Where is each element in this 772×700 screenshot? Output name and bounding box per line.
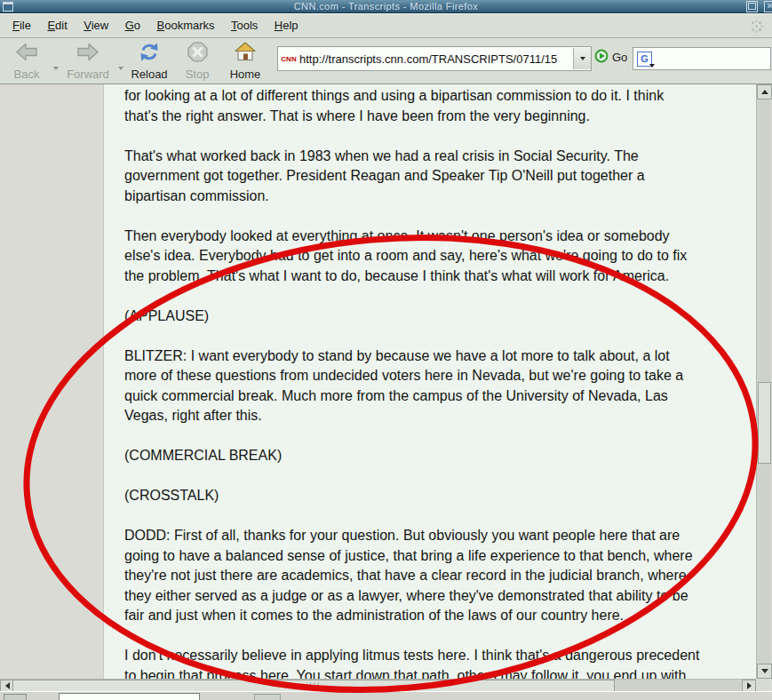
home-label: Home xyxy=(230,68,261,81)
menu-view[interactable]: View xyxy=(84,19,108,32)
scroll-down-button[interactable] xyxy=(757,664,772,679)
taskbar-button[interactable] xyxy=(4,694,27,700)
transcript-paragraph-applause: (APPLAUSE) xyxy=(124,306,757,327)
horizontal-scrollbar-thumb[interactable] xyxy=(12,680,615,692)
forward-icon xyxy=(76,41,99,67)
search-input[interactable] xyxy=(652,52,770,67)
home-button[interactable]: Home xyxy=(222,41,268,80)
google-icon[interactable]: G xyxy=(637,52,652,67)
scrollbar-corner xyxy=(756,679,770,691)
reload-label: Reload xyxy=(131,68,167,81)
back-icon xyxy=(15,41,38,67)
menu-help[interactable]: Help xyxy=(275,19,298,32)
vertical-scrollbar-thumb[interactable] xyxy=(758,382,771,464)
go-icon xyxy=(594,49,609,66)
scroll-up-button[interactable] xyxy=(757,84,772,99)
back-button[interactable]: Back xyxy=(4,41,50,80)
menu-bar: File Edit View Go Bookmarks Tools Help xyxy=(0,13,772,38)
page-background-margin xyxy=(0,84,103,679)
menu-file[interactable]: File xyxy=(12,19,31,32)
url-bar: CNN xyxy=(277,46,592,71)
go-label: Go xyxy=(612,51,627,64)
browser-viewport: for looking at a lot of different things… xyxy=(0,84,772,679)
scroll-right-button[interactable] xyxy=(742,680,756,692)
reload-icon xyxy=(138,41,161,67)
title-bar[interactable]: CNN.com - Transcripts - Mozilla Firefox … xyxy=(0,0,772,13)
transcript-paragraph: for looking at a lot of different things… xyxy=(124,86,757,126)
navigation-toolbar: Back Forward Reload xyxy=(0,38,772,84)
taskbar-button-2[interactable] xyxy=(254,694,281,700)
window-title: CNN.com - Transcripts - Mozilla Firefox xyxy=(0,1,772,12)
horizontal-scrollbar[interactable] xyxy=(0,679,756,692)
transcript-paragraph: Then everybody looked at everything at o… xyxy=(124,227,757,287)
arrow-down-icon xyxy=(761,669,768,673)
cnn-favicon-icon: CNN xyxy=(278,55,299,63)
home-icon xyxy=(234,41,257,67)
transcript-paragraph-blitzer: BLITZER: I want everybody to stand by be… xyxy=(124,346,757,426)
menu-go[interactable]: Go xyxy=(125,19,140,32)
stop-label: Stop xyxy=(186,68,210,81)
url-history-dropdown-button[interactable] xyxy=(573,48,591,69)
transcript-paragraph: I don't necessarily believe in applying … xyxy=(124,646,757,679)
close-button[interactable]: ✕ xyxy=(764,1,772,12)
firefox-window: CNN.com - Transcripts - Mozilla Firefox … xyxy=(0,0,772,700)
transcript-text: for looking at a lot of different things… xyxy=(104,84,757,679)
transcript-paragraph: That's what worked back in 1983 when we … xyxy=(124,147,757,207)
arrow-left-icon xyxy=(5,682,10,689)
transcript-paragraph-crosstalk: (CROSSTALK) xyxy=(124,486,757,506)
forward-label: Forward xyxy=(67,68,109,81)
vertical-scrollbar[interactable] xyxy=(756,84,771,679)
reload-button[interactable]: Reload xyxy=(126,41,172,80)
forward-button[interactable]: Forward xyxy=(62,41,114,80)
maximize-button[interactable] xyxy=(746,1,758,12)
throbber-icon xyxy=(749,19,763,33)
menu-tools[interactable]: Tools xyxy=(231,19,258,32)
stop-icon xyxy=(187,41,209,67)
taskbar xyxy=(0,691,772,700)
transcript-column: for looking at a lot of different things… xyxy=(103,84,757,679)
arrow-up-icon xyxy=(761,90,768,94)
arrow-right-icon xyxy=(747,682,752,689)
menu-edit[interactable]: Edit xyxy=(47,19,67,32)
menu-bookmarks[interactable]: Bookmarks xyxy=(157,19,215,32)
url-input[interactable] xyxy=(299,50,573,68)
chevron-down-icon xyxy=(580,57,585,60)
taskbar-field[interactable] xyxy=(59,693,200,700)
transcript-paragraph-dodd: DODD: First of all, thanks for your ques… xyxy=(124,526,757,626)
scrollbar-grip xyxy=(306,682,321,689)
back-dropdown-arrow[interactable] xyxy=(53,67,59,70)
stop-button[interactable]: Stop xyxy=(176,41,219,80)
search-bar: G xyxy=(633,47,771,70)
go-button[interactable]: Go xyxy=(594,49,627,66)
back-label: Back xyxy=(14,68,40,81)
transcript-paragraph-commercial-break: (COMMERCIAL BREAK) xyxy=(124,446,757,466)
forward-dropdown-arrow[interactable] xyxy=(118,67,123,70)
